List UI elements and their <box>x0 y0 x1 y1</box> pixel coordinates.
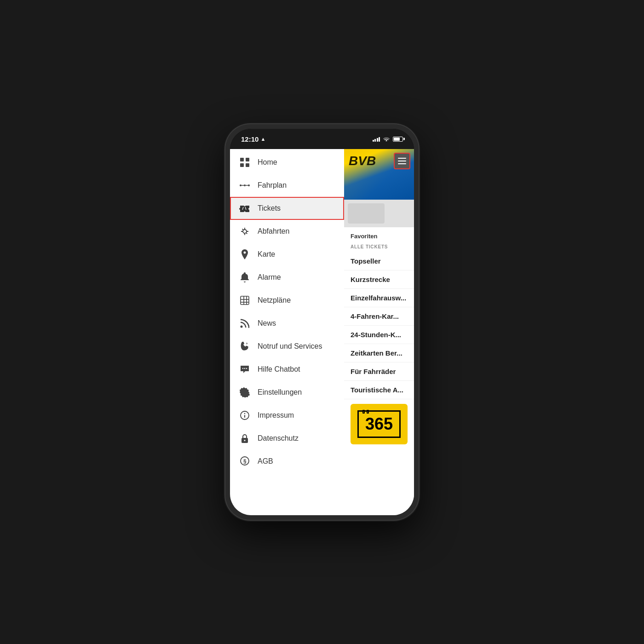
bell-icon <box>239 272 250 283</box>
einstellungen-label: Einstellungen <box>258 388 302 397</box>
sidebar-item-datenschutz[interactable]: Datenschutz <box>230 427 344 450</box>
svg-point-27 <box>244 413 245 414</box>
alle-tickets-label: ALLE TICKETS <box>344 242 414 252</box>
bvb-logo-text: BVB <box>349 154 376 168</box>
year-pass-number: 365 <box>357 410 401 438</box>
location-arrow-icon: ▲ <box>260 136 265 142</box>
notruf-label: Notruf und Services <box>258 342 322 351</box>
svg-point-25 <box>246 368 247 369</box>
sidebar-item-abfahrten[interactable]: Abfahrten <box>230 220 344 243</box>
vier-fahrten-item[interactable]: 4-Fahren-Kar... <box>344 307 414 326</box>
svg-rect-28 <box>244 415 245 418</box>
map-pin-icon <box>239 249 250 260</box>
svg-rect-1 <box>246 158 249 161</box>
status-bar: 12:10 ▲ <box>230 129 414 149</box>
sidebar-item-chatbot[interactable]: Hilfe Chatbot <box>230 358 344 381</box>
sidebar-item-home[interactable]: Home <box>230 151 344 174</box>
route-icon <box>239 180 250 191</box>
topseller-item[interactable]: Topseller <box>344 252 414 270</box>
sidebar-item-tickets[interactable]: Tickets <box>230 197 344 220</box>
info-icon <box>239 410 250 421</box>
svg-rect-2 <box>240 163 244 167</box>
navigation-drawer: Home Fahrplan <box>230 149 344 515</box>
phone-screen: 12:10 ▲ <box>230 129 414 515</box>
ticket-card-preview <box>348 203 385 224</box>
gear-icon <box>239 387 250 398</box>
zeitkarten-item[interactable]: Zeitkarten Ber... <box>344 344 414 362</box>
abfahrten-icon <box>239 226 250 237</box>
sidebar-item-karte[interactable]: Karte <box>230 243 344 266</box>
battery-icon <box>393 137 403 142</box>
lock-icon <box>239 433 250 444</box>
main-screen: Home Fahrplan <box>230 149 414 515</box>
wifi-icon <box>383 136 390 143</box>
ticket-image-area <box>344 200 414 227</box>
hamburger-line-3 <box>398 163 406 164</box>
favoriten-header[interactable]: Favoriten <box>344 227 414 242</box>
sidebar-item-fahrplan[interactable]: Fahrplan <box>230 174 344 197</box>
fahrplan-label: Fahrplan <box>258 181 287 190</box>
impressum-label: Impressum <box>258 411 294 420</box>
einzelfahrausweis-item[interactable]: Einzelfahrausw... <box>344 289 414 307</box>
ticket-icon <box>239 203 250 214</box>
right-panel: BVB Favoriten ALLE TICKETS <box>344 149 414 515</box>
signal-icon <box>373 136 380 142</box>
datenschutz-label: Datenschutz <box>258 434 299 443</box>
status-icons <box>373 136 403 143</box>
svg-point-30 <box>244 440 246 441</box>
svg-point-6 <box>248 184 250 186</box>
netzplaene-icon <box>239 295 250 306</box>
hamburger-line-2 <box>398 161 406 161</box>
phone-icon: + <box>239 341 250 352</box>
svg-point-21 <box>241 326 243 328</box>
sidebar-item-impressum[interactable]: Impressum <box>230 404 344 427</box>
tickets-label: Tickets <box>258 204 281 213</box>
touristische-item[interactable]: Touristische A... <box>344 381 414 399</box>
menu-list: Home Fahrplan <box>230 149 344 515</box>
bvb-header: BVB <box>344 149 414 200</box>
svg-line-15 <box>246 233 247 234</box>
svg-rect-0 <box>240 158 244 161</box>
hamburger-menu-button[interactable] <box>394 153 410 169</box>
svg-rect-16 <box>241 296 249 305</box>
status-time: 12:10 ▲ <box>241 135 265 143</box>
hamburger-line-1 <box>398 158 406 159</box>
sidebar-item-netzplaene[interactable]: Netzpläne <box>230 289 344 312</box>
abfahrten-label: Abfahrten <box>258 227 289 236</box>
home-label: Home <box>258 158 277 167</box>
sidebar-item-notruf[interactable]: + Notruf und Services <box>230 335 344 358</box>
24stunden-item[interactable]: 24-Stunden-K... <box>344 326 414 344</box>
svg-line-14 <box>242 229 244 230</box>
time-display: 12:10 <box>241 135 259 143</box>
sidebar-item-agb[interactable]: § AGB <box>230 450 344 473</box>
svg-rect-3 <box>246 163 249 167</box>
ticket-menu-content: Favoriten ALLE TICKETS Topseller Kurzstr… <box>344 227 414 515</box>
chat-icon <box>239 364 250 375</box>
paragraph-icon: § <box>239 456 250 467</box>
netzplaene-label: Netzpläne <box>258 296 291 305</box>
calendar-ring-left <box>362 410 365 414</box>
karte-label: Karte <box>258 250 275 259</box>
chatbot-label: Hilfe Chatbot <box>258 365 300 374</box>
svg-point-23 <box>242 368 243 369</box>
year-pass-text: 365 <box>365 414 393 433</box>
rss-icon <box>239 318 250 329</box>
svg-point-4 <box>240 184 242 186</box>
news-label: News <box>258 319 276 328</box>
sidebar-item-einstellungen[interactable]: Einstellungen <box>230 381 344 404</box>
grid-icon <box>239 157 250 168</box>
svg-text:+: + <box>246 341 248 346</box>
sidebar-item-alarme[interactable]: Alarme <box>230 266 344 289</box>
kurzstrecke-item[interactable]: Kurzstrecke <box>344 270 414 289</box>
svg-point-24 <box>244 368 245 369</box>
alarme-label: Alarme <box>258 273 281 282</box>
calendar-ring-right <box>367 410 369 414</box>
year-pass-banner[interactable]: 365 <box>351 404 408 444</box>
sidebar-item-news[interactable]: News <box>230 312 344 335</box>
svg-text:§: § <box>243 458 247 465</box>
fahraeder-item[interactable]: Für Fahrräder <box>344 362 414 381</box>
svg-point-5 <box>244 184 246 186</box>
phone-frame: 12:10 ▲ <box>225 124 419 520</box>
agb-label: AGB <box>258 457 273 466</box>
